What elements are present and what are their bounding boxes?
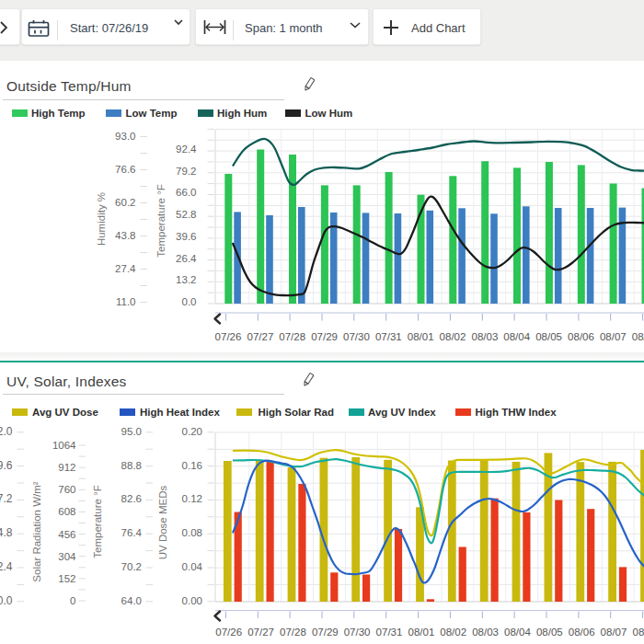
svg-text:1064: 1064 xyxy=(52,440,76,451)
svg-text:08/02: 08/02 xyxy=(440,627,466,638)
svg-text:760: 760 xyxy=(58,484,75,495)
svg-text:08/01: 08/01 xyxy=(408,331,434,342)
svg-text:07/30: 07/30 xyxy=(343,331,370,342)
svg-text:64.0: 64.0 xyxy=(121,595,142,606)
svg-text:0.04: 0.04 xyxy=(182,561,203,572)
svg-text:08/02: 08/02 xyxy=(440,331,466,342)
svg-text:93.0: 93.0 xyxy=(115,131,135,142)
svg-text:0.12: 0.12 xyxy=(182,493,202,504)
svg-text:08/05: 08/05 xyxy=(536,627,563,638)
svg-text:08/08: 08/08 xyxy=(632,331,644,342)
svg-text:07/28: 07/28 xyxy=(279,331,305,342)
svg-text:08/03: 08/03 xyxy=(472,331,499,342)
svg-text:66.0: 66.0 xyxy=(176,187,196,198)
svg-text:08/07: 08/07 xyxy=(601,627,627,638)
svg-text:152: 152 xyxy=(58,573,75,584)
svg-text:95.0: 95.0 xyxy=(121,426,142,437)
svg-text:88.8: 88.8 xyxy=(121,460,142,471)
svg-text:08/06: 08/06 xyxy=(568,331,594,342)
svg-text:0.16: 0.16 xyxy=(182,460,202,471)
svg-text:82.6: 82.6 xyxy=(121,493,142,504)
svg-text:79.2: 79.2 xyxy=(176,166,196,177)
svg-text:76.6: 76.6 xyxy=(115,164,135,175)
svg-text:608: 608 xyxy=(58,506,75,517)
svg-text:13.2: 13.2 xyxy=(176,274,196,285)
svg-text:0.00: 0.00 xyxy=(182,595,202,606)
svg-text:0.20: 0.20 xyxy=(182,426,202,437)
svg-text:2.4: 2.4 xyxy=(0,560,13,573)
svg-text:07/31: 07/31 xyxy=(375,331,402,342)
svg-text:Temperature °F: Temperature °F xyxy=(155,184,167,257)
svg-text:07/29: 07/29 xyxy=(311,331,338,342)
svg-text:08/03: 08/03 xyxy=(472,627,499,638)
svg-text:08/01: 08/01 xyxy=(408,627,435,638)
svg-text:08/07: 08/07 xyxy=(600,331,627,342)
svg-text:0.0: 0.0 xyxy=(0,594,13,607)
svg-text:912: 912 xyxy=(58,462,75,473)
svg-text:9.6: 9.6 xyxy=(0,459,13,472)
svg-text:92.4: 92.4 xyxy=(176,144,197,155)
svg-text:07/27: 07/27 xyxy=(247,627,274,638)
svg-text:07/26: 07/26 xyxy=(215,331,242,342)
svg-text:08/06: 08/06 xyxy=(569,627,595,638)
svg-text:39.6: 39.6 xyxy=(176,231,196,242)
svg-text:456: 456 xyxy=(58,529,75,540)
svg-text:07/26: 07/26 xyxy=(215,627,242,638)
svg-text:60.2: 60.2 xyxy=(115,197,135,208)
svg-text:08/05: 08/05 xyxy=(535,331,562,342)
svg-text:76.4: 76.4 xyxy=(121,527,143,538)
svg-text:0.08: 0.08 xyxy=(182,527,202,538)
svg-text:27.4: 27.4 xyxy=(115,263,136,274)
svg-text:0.0: 0.0 xyxy=(182,296,197,307)
svg-text:7.2: 7.2 xyxy=(0,492,13,505)
svg-text:UV Dose MEDs: UV Dose MEDs xyxy=(157,485,168,559)
svg-text:43.8: 43.8 xyxy=(115,230,135,241)
svg-text:52.8: 52.8 xyxy=(176,209,196,220)
svg-text:07/27: 07/27 xyxy=(247,331,274,342)
svg-text:Humidity %: Humidity % xyxy=(96,192,107,246)
svg-text:12.0: 12.0 xyxy=(0,425,13,438)
svg-text:Temperature °F: Temperature °F xyxy=(92,485,103,558)
svg-text:Solar Radiation W/m²: Solar Radiation W/m² xyxy=(31,481,42,581)
svg-text:0: 0 xyxy=(70,595,75,606)
svg-text:304: 304 xyxy=(58,551,76,562)
svg-text:08/04: 08/04 xyxy=(503,331,530,342)
svg-text:07/30: 07/30 xyxy=(344,627,371,638)
svg-text:70.2: 70.2 xyxy=(121,561,142,572)
svg-text:07/29: 07/29 xyxy=(312,627,339,638)
svg-text:07/28: 07/28 xyxy=(280,627,306,638)
svg-text:4.8: 4.8 xyxy=(0,526,13,539)
svg-text:07/31: 07/31 xyxy=(376,627,403,638)
svg-text:08/08: 08/08 xyxy=(633,627,644,638)
svg-text:11.0: 11.0 xyxy=(116,296,136,307)
svg-text:08/04: 08/04 xyxy=(504,627,531,638)
svg-text:26.4: 26.4 xyxy=(176,253,197,264)
